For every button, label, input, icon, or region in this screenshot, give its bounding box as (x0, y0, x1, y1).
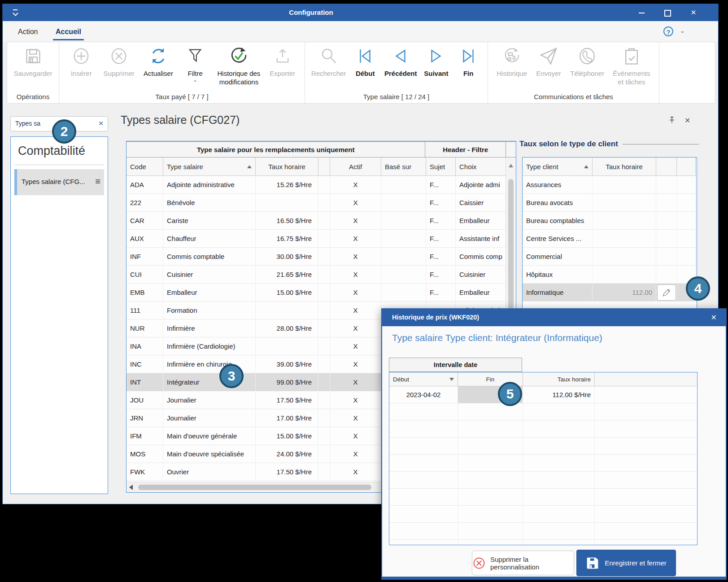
cell-empty (458, 540, 523, 545)
column-header[interactable] (318, 158, 330, 176)
cell-empty (595, 403, 696, 420)
column-header[interactable]: Taux horaire (256, 158, 318, 176)
debut-button[interactable]: Début (352, 45, 378, 78)
cell: Infirmière (Cardiologie) (163, 337, 256, 355)
close-button[interactable]: ✕ (683, 4, 704, 21)
column-header[interactable]: Sujet (426, 158, 456, 176)
pin-icon[interactable] (668, 116, 676, 124)
cell-empty (595, 438, 696, 454)
filtre-button[interactable]: Filtre ⌄ (182, 45, 208, 82)
empty-row[interactable] (389, 472, 697, 489)
inserer-button[interactable]: Insérer (68, 45, 94, 78)
column-header[interactable]: Type client (523, 158, 593, 176)
empty-row[interactable] (389, 540, 697, 545)
empty-row[interactable] (389, 403, 697, 420)
cell: ADA (126, 176, 163, 193)
cell: IFM (126, 427, 163, 445)
telephoner-button[interactable]: Téléphoner (570, 45, 604, 78)
scroll-left-icon[interactable] (129, 485, 133, 490)
table-row[interactable]: ADAAdjointe administrative15.26 $/HreXF.… (126, 176, 507, 194)
column-header[interactable]: Taux horaire (593, 158, 656, 176)
hamburger-icon[interactable]: ≡ (95, 176, 100, 187)
sauvegarder-button[interactable]: Sauvegarder (14, 45, 52, 78)
table-row[interactable]: Bureau comptables (523, 212, 697, 230)
cell-actions (656, 266, 677, 283)
table-row[interactable]: Bureau avocats (523, 194, 697, 212)
chevron-down-icon[interactable]: ⌄ (680, 27, 685, 34)
cell-type-client: Hôpitaux (523, 266, 593, 283)
rechercher-button[interactable]: Rechercher (311, 45, 346, 78)
fin-button[interactable]: Fin (455, 45, 481, 78)
cell-empty (458, 472, 523, 488)
empty-row[interactable] (389, 489, 697, 506)
empty-row[interactable] (389, 506, 697, 523)
maximize-button[interactable] (657, 4, 678, 21)
minimize-button[interactable] (631, 4, 652, 21)
enregistrer-fermer-button[interactable]: Enregistrer et fermer (576, 550, 676, 576)
panel-close-icon[interactable]: ✕ (684, 116, 690, 125)
historique-button[interactable]: Historique (497, 45, 527, 78)
cell (318, 445, 330, 463)
table-row[interactable]: Commercial (523, 248, 697, 266)
cell-empty (595, 540, 696, 545)
sidebar-item-types-salaire[interactable]: Types salaire (CFG... ≡ (14, 169, 104, 195)
historique-modifications-button[interactable]: Historique des modifications (217, 45, 260, 86)
cell: JOU (126, 391, 163, 409)
table-row[interactable]: 2023-04-02112.00 $/Hre (389, 386, 697, 403)
scrollbar-thumb[interactable] (508, 179, 514, 309)
tab-accueil[interactable]: Accueil (53, 25, 84, 40)
envoyer-button[interactable]: Envoyer (536, 45, 562, 78)
empty-row[interactable] (389, 438, 697, 455)
button-label: Insérer (71, 69, 92, 78)
first-record-icon (357, 45, 374, 67)
cell-actions (656, 248, 677, 265)
scroll-up-icon[interactable] (509, 164, 513, 167)
supprimer-personnalisation-button[interactable]: Supprimer la personnalisation (472, 551, 574, 575)
supprimer-button[interactable]: Supprimer (104, 45, 135, 78)
ribbon-group-label: Communications et tâches (488, 93, 659, 101)
table-row[interactable]: AUXChauffeur16.75 $/HreXF...Assistante i… (126, 230, 507, 248)
table-row[interactable]: Hôpitaux (523, 266, 697, 284)
table-row[interactable]: Assurances (523, 176, 697, 194)
cell-empty (458, 420, 523, 437)
cell-empty (389, 455, 458, 471)
previous-record-icon (392, 45, 409, 67)
empty-row[interactable] (389, 420, 697, 438)
cell: Ouvrier (163, 463, 256, 481)
dialog-titlebar: Historique de prix (WKF020) ✕ (382, 309, 726, 326)
button-label: Filtre (188, 69, 203, 78)
help-icon[interactable]: ? (663, 26, 673, 36)
cell-empty (389, 489, 458, 505)
column-header[interactable]: Type salaire (163, 158, 256, 176)
exporter-button[interactable]: Exporter (270, 45, 296, 78)
cell: F... (426, 212, 456, 229)
column-header[interactable]: Choix (456, 158, 507, 176)
cell-empty (595, 455, 696, 471)
table-row[interactable]: 222BénévoleXF...Caissier (126, 194, 507, 212)
column-header[interactable]: Actif (330, 158, 381, 176)
column-header[interactable]: Taux horaire (523, 372, 595, 386)
column-header[interactable]: Code (126, 158, 163, 176)
table-row[interactable]: INFCommis comptable30.00 $/HreXF...Commi… (126, 248, 507, 266)
cell: Assistante inf (456, 230, 507, 247)
cell-empty (458, 523, 523, 539)
suivant-button[interactable]: Suivant (423, 45, 449, 78)
dialog-close-icon[interactable]: ✕ (711, 313, 717, 322)
tab-action[interactable]: Action (15, 25, 40, 39)
table-row[interactable]: CARCariste16.50 $/HreXF...Emballeur (126, 212, 507, 230)
step-badge-4: 4 (686, 276, 710, 301)
empty-row[interactable] (389, 455, 697, 472)
evenements-button[interactable]: Événements et tâches (613, 45, 650, 86)
table-row[interactable]: CUICuisinier21.65 $/HreXF...Cuisinier (126, 266, 507, 284)
precedent-button[interactable]: Précédent (384, 45, 417, 78)
table-row[interactable]: EMBEmballeur15.00 $/HreXF...Emballeur (126, 284, 507, 302)
scrollbar-thumb[interactable] (138, 485, 371, 490)
edit-rate-button[interactable] (657, 284, 676, 301)
actualiser-button[interactable]: Actualiser (144, 45, 173, 78)
clear-search-icon[interactable]: ✕ (98, 120, 104, 127)
column-header[interactable]: Début (389, 372, 458, 386)
table-row[interactable]: Centre Services ... (523, 230, 697, 248)
table-row[interactable]: Informatique112.00 (523, 284, 697, 302)
empty-row[interactable] (389, 523, 697, 540)
column-header[interactable]: Basé sur (381, 158, 426, 176)
